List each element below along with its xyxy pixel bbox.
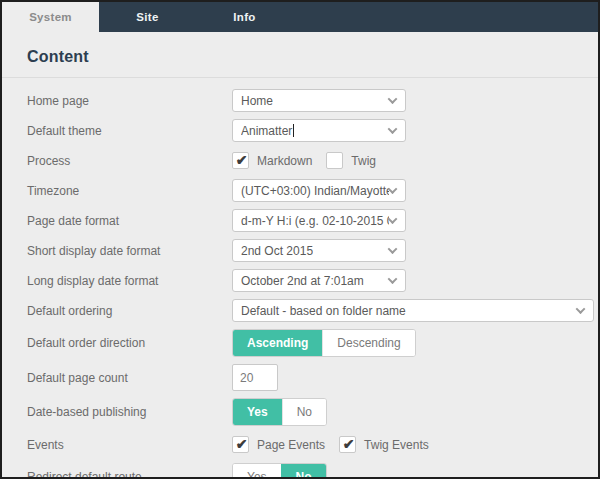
field-label: Default order direction — [27, 336, 232, 350]
tab-site[interactable]: Site — [99, 2, 196, 32]
field-control: Animatter — [232, 119, 590, 142]
field-control — [232, 364, 590, 391]
selected-value: d-m-Y H:i (e.g. 02-10-2015 07:01) — [241, 214, 389, 228]
section-header: Content — [2, 32, 598, 78]
toggle-option-descending[interactable]: Descending — [322, 330, 414, 356]
toggle-option-ascending[interactable]: Ascending — [233, 330, 322, 356]
field-label: Default theme — [27, 124, 232, 138]
field-label: Default ordering — [27, 304, 232, 318]
selected-value: Home — [241, 94, 273, 108]
form-row-timezone: Timezone(UTC+03:00) Indian/Mayotte — [27, 179, 590, 202]
field-label: Long display date format — [27, 274, 232, 288]
form-row-default-page-count: Default page count — [27, 364, 590, 391]
twig-checkbox[interactable] — [326, 152, 343, 169]
toggle-option-no[interactable]: No — [281, 464, 326, 479]
chevron-down-icon — [388, 124, 398, 134]
form-row-long-display-date-format: Long display date formatOctober 2nd at 7… — [27, 269, 590, 292]
selected-value: 2nd Oct 2015 — [241, 244, 313, 258]
field-control: October 2nd at 7:01am — [232, 269, 590, 292]
chevron-down-icon — [388, 214, 398, 224]
chevron-down-icon — [388, 94, 398, 104]
selected-value: October 2nd at 7:01am — [241, 274, 364, 288]
selected-value: Animatter — [241, 124, 294, 138]
form-row-process: Process✔MarkdownTwig — [27, 149, 590, 172]
field-label: Events — [27, 438, 232, 452]
home-page-select[interactable]: Home — [232, 89, 406, 112]
field-control: YesNo — [232, 463, 590, 479]
field-label: Home page — [27, 94, 232, 108]
settings-form: Home pageHomeDefault themeAnimatterProce… — [2, 78, 598, 479]
form-row-date-based-publishing: Date-based publishingYesNo — [27, 398, 590, 426]
field-control: Default - based on folder name — [232, 299, 594, 322]
field-label: Page date format — [27, 214, 232, 228]
timezone-select[interactable]: (UTC+03:00) Indian/Mayotte — [232, 179, 406, 202]
checkbox-label: Twig — [351, 154, 376, 168]
default-order-direction-toggle: AscendingDescending — [232, 329, 416, 357]
form-row-redirect-default-route: Redirect default routeYesNo — [27, 463, 590, 479]
field-label: Default page count — [27, 371, 232, 385]
page-events-checkbox[interactable]: ✔ — [232, 436, 249, 453]
page-title: Content — [27, 48, 598, 66]
field-control: 2nd Oct 2015 — [232, 239, 590, 262]
redirect-default-route-toggle: YesNo — [232, 463, 327, 479]
check-icon: ✔ — [343, 437, 355, 451]
short-display-date-format-select[interactable]: 2nd Oct 2015 — [232, 239, 406, 262]
toggle-option-yes[interactable]: Yes — [233, 464, 281, 479]
field-label: Short display date format — [27, 244, 232, 258]
chevron-down-icon — [388, 244, 398, 254]
text-cursor — [293, 124, 294, 137]
field-control: d-m-Y H:i (e.g. 02-10-2015 07:01) — [232, 209, 590, 232]
checkbox-label: Twig Events — [364, 438, 429, 452]
tab-system[interactable]: System — [2, 2, 99, 32]
check-icon: ✔ — [236, 437, 248, 451]
form-row-page-date-format: Page date formatd-m-Y H:i (e.g. 02-10-20… — [27, 209, 590, 232]
twig-events-checkbox[interactable]: ✔ — [339, 436, 356, 453]
default-theme-select[interactable]: Animatter — [232, 119, 406, 142]
chevron-down-icon — [576, 304, 586, 314]
form-row-short-display-date-format: Short display date format2nd Oct 2015 — [27, 239, 590, 262]
checkbox-group-page-events: ✔Page Events — [232, 436, 325, 453]
form-row-default-theme: Default themeAnimatter — [27, 119, 590, 142]
field-control: ✔MarkdownTwig — [232, 152, 590, 169]
form-row-events: Events✔Page Events✔Twig Events — [27, 433, 590, 456]
field-label: Process — [27, 154, 232, 168]
field-control: (UTC+03:00) Indian/Mayotte — [232, 179, 590, 202]
default-page-count-input[interactable] — [232, 364, 278, 391]
settings-window: SystemSiteInfo Content Home pageHomeDefa… — [0, 0, 600, 479]
checkbox-group-twig-events: ✔Twig Events — [339, 436, 429, 453]
chevron-down-icon — [388, 184, 398, 194]
field-control: YesNo — [232, 398, 590, 426]
form-row-home-page: Home pageHome — [27, 89, 590, 112]
field-label: Timezone — [27, 184, 232, 198]
field-control: ✔Page Events✔Twig Events — [232, 436, 590, 453]
form-row-default-order-direction: Default order directionAscendingDescendi… — [27, 329, 590, 357]
toggle-option-no[interactable]: No — [282, 399, 326, 425]
selected-value: (UTC+03:00) Indian/Mayotte — [241, 184, 389, 198]
field-label: Date-based publishing — [27, 405, 232, 419]
page-date-format-select[interactable]: d-m-Y H:i (e.g. 02-10-2015 07:01) — [232, 209, 406, 232]
tab-bar: SystemSiteInfo — [2, 2, 598, 32]
tab-info[interactable]: Info — [196, 2, 293, 32]
markdown-checkbox[interactable]: ✔ — [232, 152, 249, 169]
form-row-default-ordering: Default orderingDefault - based on folde… — [27, 299, 590, 322]
checkbox-group-twig: Twig — [326, 152, 376, 169]
date-based-publishing-toggle: YesNo — [232, 398, 327, 426]
check-icon: ✔ — [236, 153, 248, 167]
toggle-option-yes[interactable]: Yes — [233, 399, 282, 425]
checkbox-group-markdown: ✔Markdown — [232, 152, 312, 169]
default-ordering-select[interactable]: Default - based on folder name — [232, 299, 594, 322]
field-control: AscendingDescending — [232, 329, 590, 357]
field-label: Redirect default route — [27, 470, 232, 479]
field-control: Home — [232, 89, 590, 112]
checkbox-label: Markdown — [257, 154, 312, 168]
checkbox-label: Page Events — [257, 438, 325, 452]
selected-value: Default - based on folder name — [241, 304, 406, 318]
long-display-date-format-select[interactable]: October 2nd at 7:01am — [232, 269, 406, 292]
chevron-down-icon — [388, 274, 398, 284]
